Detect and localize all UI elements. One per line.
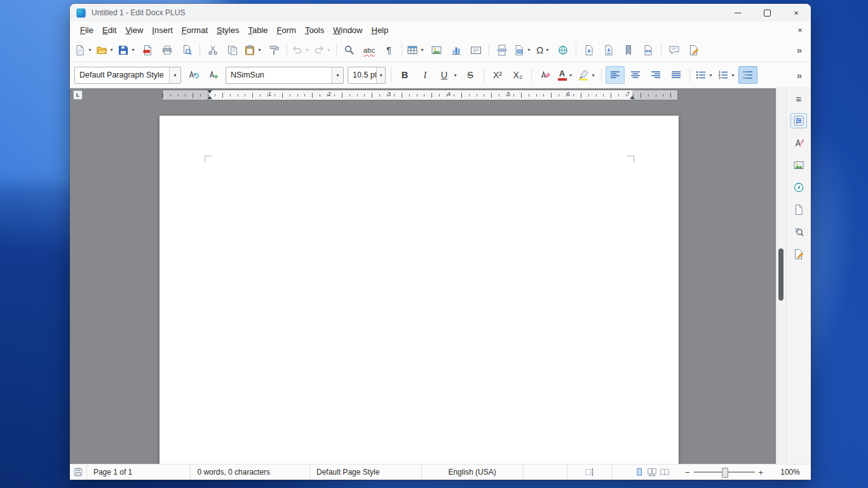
book-view-button[interactable] (660, 467, 670, 477)
insert-special-character-button[interactable]: Ω ▾ (534, 41, 553, 59)
insert-textbox-button[interactable] (466, 41, 485, 59)
menu-view[interactable]: View (121, 24, 147, 37)
menu-insert[interactable]: Insert (147, 24, 177, 37)
chevron-down-icon[interactable]: ▾ (87, 47, 93, 53)
right-indent-marker[interactable] (630, 96, 635, 99)
sidebar-gallery-button[interactable] (790, 158, 807, 173)
underline-button[interactable]: U ▾ (436, 66, 459, 84)
print-button[interactable] (158, 41, 177, 59)
subscript-button[interactable]: X₂ (508, 66, 527, 84)
menu-styles[interactable]: Styles (212, 24, 243, 37)
insert-bookmark-button[interactable] (619, 41, 638, 59)
close-document-button[interactable]: × (793, 23, 807, 37)
paste-button[interactable]: ▾ (243, 41, 264, 59)
align-left-button[interactable] (606, 66, 625, 84)
insert-page-break-button[interactable] (492, 41, 512, 59)
update-style-button[interactable] (184, 66, 203, 84)
menu-tools[interactable]: Tools (301, 24, 329, 37)
zoom-slider-thumb[interactable] (722, 468, 728, 478)
chevron-down-icon[interactable]: ▾ (568, 72, 574, 78)
menu-window[interactable]: Window (329, 24, 367, 37)
redo-button[interactable]: ▾ (312, 41, 333, 59)
document-page[interactable] (159, 116, 679, 464)
left-indent-marker[interactable] (207, 96, 212, 99)
first-line-indent-marker[interactable] (207, 90, 212, 93)
insert-cross-reference-button[interactable] (639, 41, 658, 59)
chevron-down-icon[interactable]: ▾ (326, 47, 332, 53)
chevron-down-icon[interactable]: ▾ (590, 72, 596, 78)
outline-format-button[interactable] (738, 66, 757, 84)
chevron-down-icon[interactable]: ▾ (169, 67, 180, 83)
align-center-button[interactable] (626, 66, 645, 84)
menu-help[interactable]: Help (367, 24, 393, 37)
highlight-color-button[interactable]: ▾ (576, 66, 597, 84)
multi-page-view-button[interactable] (647, 467, 657, 477)
word-count-field[interactable]: 0 words, 0 characters (191, 464, 310, 480)
paragraph-style-combo[interactable]: Default Paragraph Style ▾ (74, 67, 181, 84)
chevron-down-icon[interactable]: ▾ (376, 67, 385, 83)
titlebar[interactable]: Untitled 1 - Edit Docx PLUS × (70, 4, 811, 22)
ordered-list-button[interactable]: ▾ (716, 66, 737, 84)
unordered-list-button[interactable]: ▾ (694, 66, 715, 84)
chevron-down-icon[interactable]: ▾ (526, 47, 532, 53)
insert-mode-field[interactable] (524, 464, 567, 480)
chevron-down-icon[interactable]: ▾ (257, 47, 262, 53)
zoom-level-field[interactable]: 100% (770, 464, 811, 480)
document-area[interactable] (70, 102, 776, 464)
insert-table-button[interactable]: ▾ (405, 41, 426, 59)
close-button[interactable]: × (782, 4, 811, 22)
maximize-button[interactable] (752, 4, 782, 22)
cut-button[interactable] (203, 41, 222, 59)
toolbar-overflow-button[interactable]: » (791, 41, 808, 59)
page-style-field[interactable]: Default Page Style (310, 464, 422, 480)
zoom-out-button[interactable]: − (685, 468, 690, 477)
chevron-down-icon[interactable]: ▾ (452, 72, 458, 78)
insert-comment-button[interactable] (665, 41, 684, 59)
save-button[interactable]: ▾ (116, 41, 137, 59)
zoom-slider-track[interactable] (694, 471, 755, 473)
sidebar-styles-button[interactable] (790, 135, 807, 151)
language-field[interactable]: English (USA) (422, 464, 524, 480)
justify-button[interactable] (667, 66, 686, 84)
single-page-view-button[interactable] (634, 467, 644, 477)
new-document-button[interactable]: ▾ (73, 41, 94, 59)
sidebar-style-inspector-button[interactable] (790, 224, 807, 240)
menu-format[interactable]: Format (177, 24, 212, 37)
scrollbar-thumb[interactable] (778, 248, 783, 301)
vertical-scrollbar[interactable] (776, 88, 786, 464)
font-color-button[interactable]: A ▾ (556, 66, 575, 84)
chevron-down-icon[interactable]: ▾ (109, 47, 114, 53)
chevron-down-icon[interactable]: ▾ (545, 47, 550, 53)
page-count-field[interactable]: Page 1 of 1 (87, 464, 191, 480)
chevron-down-icon[interactable]: ▾ (130, 47, 136, 53)
insert-endnote-button[interactable] (599, 41, 618, 59)
chevron-down-icon[interactable]: ▾ (419, 47, 425, 53)
tab-stop-selector[interactable]: L (73, 90, 83, 100)
sidebar-page-button[interactable] (790, 202, 807, 217)
align-right-button[interactable] (646, 66, 665, 84)
document-status[interactable] (70, 464, 87, 480)
sidebar-properties-button[interactable] (790, 113, 807, 128)
track-changes-button[interactable] (684, 41, 703, 59)
menu-table[interactable]: Table (243, 24, 272, 37)
selection-mode-field[interactable] (567, 464, 613, 480)
export-pdf-button[interactable] (138, 41, 157, 59)
print-preview-button[interactable] (177, 41, 196, 59)
toolbar-overflow-button[interactable]: » (791, 66, 808, 84)
italic-button[interactable]: I (416, 66, 435, 84)
open-button[interactable]: ▾ (95, 41, 116, 59)
undo-button[interactable]: ▾ (290, 41, 311, 59)
insert-footnote-button[interactable] (580, 41, 599, 59)
sidebar-navigator-button[interactable] (790, 180, 807, 195)
font-size-combo[interactable]: 10.5 pt ▾ (348, 67, 386, 84)
insert-image-button[interactable] (427, 41, 446, 59)
superscript-button[interactable]: X² (488, 66, 507, 84)
bold-button[interactable]: B (395, 66, 414, 84)
insert-chart-button[interactable] (447, 41, 466, 59)
clone-formatting-button[interactable] (264, 41, 283, 59)
insert-field-button[interactable]: ▾ (512, 41, 533, 59)
clear-formatting-button[interactable] (536, 66, 555, 84)
chevron-down-icon[interactable]: ▾ (304, 47, 310, 53)
new-style-button[interactable] (204, 66, 223, 84)
horizontal-ruler[interactable]: 1 2 3 4 5 6 7 (163, 90, 677, 100)
